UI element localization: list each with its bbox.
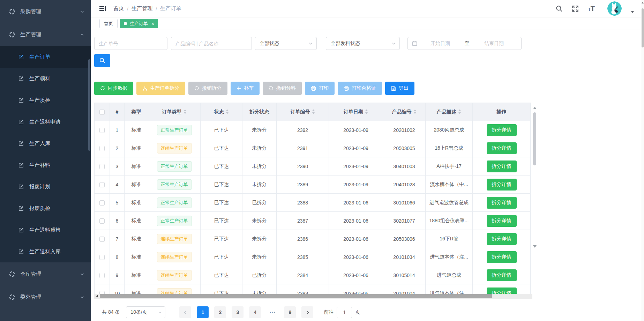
split-detail-button[interactable]: 拆分详情 [487, 197, 517, 209]
split-detail-button[interactable]: 拆分详情 [487, 142, 517, 154]
window-scrollbar-thumb[interactable] [642, 8, 644, 47]
page-button-4[interactable]: 4 [249, 306, 261, 318]
sort-icon[interactable] [184, 109, 187, 114]
row-checkbox[interactable] [99, 255, 105, 260]
tab-production-order[interactable]: 生产订单× [120, 19, 158, 28]
column-header-order_type[interactable]: 订单类型 [148, 103, 201, 121]
vertical-scrollbar-thumb[interactable] [533, 112, 536, 165]
product-search-input[interactable] [171, 37, 252, 50]
sync-data-button[interactable]: 同步数据 [94, 82, 133, 95]
date-range-picker[interactable]: 开始日期 至 结束日期 [407, 37, 522, 50]
print-certificate-button[interactable]: 打印合格证 [338, 82, 382, 95]
sidebar-item-production-order[interactable]: 生产订单 [0, 46, 91, 68]
sidebar-item-production-return-qc[interactable]: 生产退料质检 [0, 219, 91, 241]
breadcrumb-item[interactable]: 生产管理 [132, 5, 152, 12]
breadcrumb-item[interactable]: 生产订单 [160, 5, 181, 12]
row-checkbox[interactable] [99, 146, 105, 151]
column-header-status[interactable]: 状态 [201, 103, 242, 121]
close-icon[interactable]: × [151, 21, 154, 26]
page-button-9[interactable]: 9 [284, 306, 296, 318]
table-vertical-scrollbar[interactable] [532, 107, 537, 248]
sidebar-item-production-inbound[interactable]: 生产入库 [0, 133, 91, 154]
fullscreen-icon[interactable] [572, 5, 579, 12]
prev-page-button[interactable] [179, 306, 191, 318]
sidebar-section-warehouse-mgmt[interactable]: 仓库管理 [0, 262, 91, 285]
print-button[interactable]: 打印 [305, 82, 335, 95]
column-header-order_date[interactable]: 订单日期 [329, 103, 383, 121]
undo-split-button[interactable]: 撤销拆分 [188, 82, 227, 95]
avatar[interactable] [607, 1, 622, 16]
active-tab-dot [124, 22, 127, 25]
split-detail-button[interactable]: 拆分详情 [487, 269, 517, 281]
sidebar-section-outsourcing-mgmt[interactable]: 委外管理 [0, 285, 91, 308]
row-checkbox[interactable] [99, 218, 105, 224]
sidebar-section-production-mgmt[interactable]: 生产管理 [0, 23, 91, 46]
main-area: 首页/生产管理/生产订单 TT 首页生产订单× [91, 0, 644, 321]
issue-status-select[interactable]: 全部发料状态 [326, 37, 400, 50]
cell-product-code: 30201077 [383, 212, 426, 230]
cell-status: 已下达 [201, 157, 242, 176]
sort-icon[interactable] [413, 109, 417, 114]
scroll-up-arrow-icon[interactable] [642, 2, 644, 3]
breadcrumb-item[interactable]: 首页 [113, 5, 124, 12]
tab-home[interactable]: 首页 [99, 19, 118, 28]
search-button[interactable] [94, 54, 110, 67]
split-detail-button[interactable]: 拆分详情 [487, 233, 517, 245]
sort-icon[interactable] [312, 109, 315, 114]
sidebar-section-purchase-mgmt[interactable]: 采购管理 [0, 0, 91, 23]
column-header-order_no[interactable]: 订单编号 [277, 103, 329, 121]
search-icon[interactable] [556, 5, 563, 12]
status-select[interactable]: 全部状态 [255, 37, 317, 50]
sort-icon[interactable] [365, 109, 368, 114]
column-header-product_code[interactable]: 产品编号 [383, 103, 426, 121]
next-page-button[interactable] [301, 306, 313, 318]
order-no-input[interactable] [94, 37, 167, 50]
sidebar-item-scrap-qc[interactable]: 报废质检 [0, 197, 91, 219]
window-scrollbar[interactable] [641, 0, 644, 321]
add-vehicle-button[interactable]: 补车 [231, 82, 260, 95]
cell-order-date: 2023-01-09 [329, 176, 383, 194]
row-checkbox[interactable] [99, 237, 105, 242]
sidebar-scrollbar-thumb[interactable] [88, 59, 90, 151]
row-checkbox[interactable] [99, 164, 105, 169]
sidebar-item-production-picking[interactable]: 生产领料 [0, 68, 91, 89]
page-ellipsis[interactable]: ··· [267, 306, 278, 318]
goto-page-input[interactable] [337, 307, 352, 318]
sidebar-item-scrap-plan[interactable]: 报废计划 [0, 176, 91, 197]
undo-picking-button[interactable]: 撤销领料 [263, 82, 302, 95]
sidebar-item-production-qc[interactable]: 生产质检 [0, 89, 91, 111]
select-all-checkbox[interactable] [99, 110, 105, 115]
collapse-menu-icon[interactable] [99, 5, 106, 12]
table-horizontal-scrollbar[interactable] [94, 294, 532, 299]
split-detail-button[interactable]: 拆分详情 [487, 124, 517, 136]
cell-product-desc: 16下R管 [426, 230, 473, 248]
sort-icon[interactable] [458, 109, 461, 114]
horizontal-scrollbar-thumb[interactable] [100, 294, 492, 298]
row-checkbox[interactable] [99, 128, 105, 133]
scroll-left-arrow-icon[interactable] [96, 295, 98, 298]
row-checkbox[interactable] [99, 291, 105, 294]
split-detail-button[interactable]: 拆分详情 [487, 160, 517, 172]
row-checkbox[interactable] [99, 182, 105, 187]
row-checkbox[interactable] [99, 273, 105, 278]
page-button-3[interactable]: 3 [232, 306, 244, 318]
font-size-icon[interactable]: TT [588, 5, 595, 13]
row-checkbox[interactable] [99, 200, 105, 206]
order-split-button[interactable]: 生产订单拆分 [136, 82, 185, 95]
split-detail-button[interactable]: 拆分详情 [487, 215, 517, 227]
page-button-1[interactable]: 1 [197, 306, 209, 318]
scroll-down-arrow-icon[interactable] [533, 245, 537, 248]
sidebar-item-production-return-request[interactable]: 生产退料申请 [0, 111, 91, 133]
scroll-up-arrow-icon[interactable] [533, 107, 537, 109]
column-header-product_desc[interactable]: 产品描述 [426, 103, 473, 121]
sort-icon[interactable] [226, 109, 229, 114]
sidebar-item-production-return-inbound[interactable]: 生产退料入库 [0, 241, 91, 262]
split-detail-button[interactable]: 拆分详情 [487, 251, 517, 263]
split-detail-button[interactable]: 拆分详情 [487, 288, 517, 294]
split-detail-button[interactable]: 拆分详情 [487, 179, 517, 191]
export-button[interactable]: 导出 [385, 82, 414, 95]
avatar-dropdown-caret[interactable] [631, 11, 634, 13]
page-size-select[interactable]: 10条/页 [126, 306, 165, 318]
page-button-2[interactable]: 2 [214, 306, 226, 318]
sidebar-item-production-replenish[interactable]: 生产补料 [0, 154, 91, 176]
